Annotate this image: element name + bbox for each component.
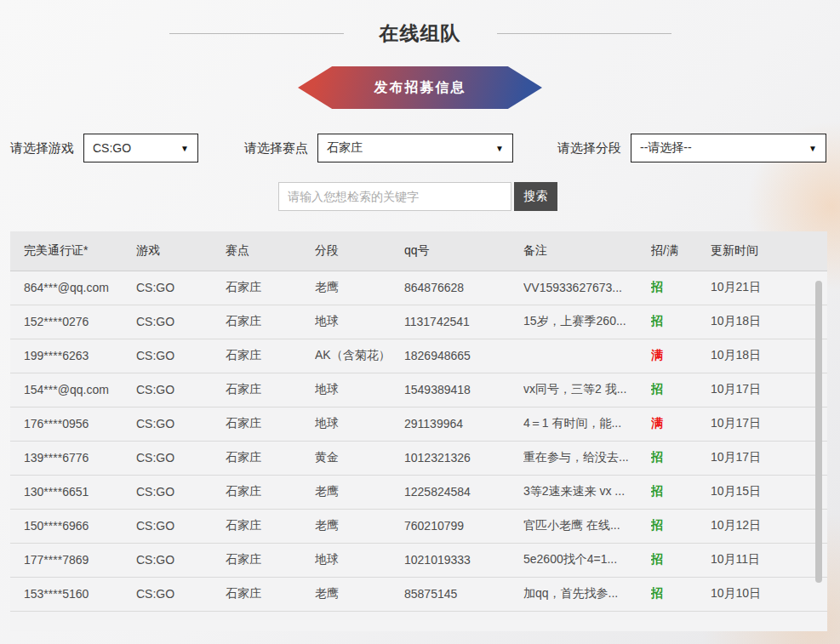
game-select-value: CS:GO <box>93 141 131 155</box>
cell-venue: 石家庄 <box>226 577 315 611</box>
table-row[interactable]: 199****6263 CS:GO 石家庄 AK（含菊花） 1826948665… <box>10 339 827 373</box>
cell-venue: 石家庄 <box>226 509 315 543</box>
cell-game: CS:GO <box>136 475 226 509</box>
cell-qq: 85875145 <box>404 577 523 611</box>
col-header-account: 完美通行证* <box>10 231 136 271</box>
cell-venue: 石家庄 <box>226 305 315 339</box>
table-row[interactable]: 153****5160 CS:GO 石家庄 老鹰 85875145 加qq，首先… <box>10 577 827 611</box>
cell-game: CS:GO <box>136 339 226 373</box>
cell-qq: 291139964 <box>404 407 523 441</box>
cell-account: 864***@qq.com <box>10 271 136 305</box>
cell-game: CS:GO <box>136 543 226 577</box>
cell-account: 154***@qq.com <box>10 373 136 407</box>
cell-qq: 1826948665 <box>404 339 523 373</box>
cell-venue: 石家庄 <box>226 543 315 577</box>
cell-game: CS:GO <box>136 509 226 543</box>
search-input[interactable] <box>278 182 511 211</box>
cell-rank: 地球 <box>315 407 404 441</box>
cell-remark: 重在参与，给没去... <box>523 441 651 475</box>
cell-rank: 老鹰 <box>315 271 404 305</box>
filter-venue-label: 请选择赛点 <box>244 140 308 157</box>
table-row[interactable]: 864***@qq.com CS:GO 石家庄 老鹰 864876628 VV1… <box>10 271 827 305</box>
col-header-remark: 备注 <box>523 231 651 271</box>
col-header-venue: 赛点 <box>226 231 315 271</box>
cell-game: CS:GO <box>136 305 226 339</box>
chevron-down-icon: ▼ <box>809 144 817 153</box>
cell-status: 招 <box>651 271 711 305</box>
game-select[interactable]: CS:GO ▼ <box>83 134 198 162</box>
filter-rank-label: 请选择分段 <box>557 140 621 157</box>
col-header-game: 游戏 <box>136 231 226 271</box>
cell-status: 招 <box>651 577 711 611</box>
cell-account: 153****5160 <box>10 577 136 611</box>
cell-date: 10月10日 <box>711 577 827 611</box>
search-button[interactable]: 搜索 <box>514 182 557 211</box>
cell-qq: 1225824584 <box>404 475 523 509</box>
cell-qq: 864876628 <box>404 271 523 305</box>
table-row[interactable]: 130****6651 CS:GO 石家庄 老鹰 1225824584 3等2速… <box>10 475 827 509</box>
cell-rank: 地球 <box>315 543 404 577</box>
cell-status: 满 <box>651 339 711 373</box>
table-row[interactable]: 152****0276 CS:GO 石家庄 地球 1131742541 15岁，… <box>10 305 827 339</box>
cell-account: 130****6651 <box>10 475 136 509</box>
cell-remark: 3等2速来速来 vx ... <box>523 475 651 509</box>
rank-select-value: --请选择-- <box>640 140 692 156</box>
cell-qq: 1012321326 <box>404 441 523 475</box>
cell-date: 10月17日 <box>711 441 827 475</box>
filter-game: 请选择游戏 CS:GO ▼ <box>10 134 198 162</box>
col-header-rank: 分段 <box>315 231 404 271</box>
cell-venue: 石家庄 <box>226 373 315 407</box>
cell-remark: vx同号，三等2 我... <box>523 373 651 407</box>
cell-game: CS:GO <box>136 577 226 611</box>
cell-qq: 1131742541 <box>404 305 523 339</box>
page-title: 在线组队 <box>380 20 461 47</box>
cell-account: 177****7869 <box>10 543 136 577</box>
cell-rank: 地球 <box>315 373 404 407</box>
cell-status: 招 <box>651 305 711 339</box>
col-header-status: 招/满 <box>651 231 711 271</box>
cell-game: CS:GO <box>136 441 226 475</box>
cell-status: 招 <box>651 441 711 475</box>
table-row[interactable]: 139****6776 CS:GO 石家庄 黄金 1012321326 重在参与… <box>10 441 827 475</box>
cell-venue: 石家庄 <box>226 441 315 475</box>
cell-qq: 760210799 <box>404 509 523 543</box>
cell-account: 199****6263 <box>10 339 136 373</box>
cell-remark: 5e2600找个4=1... <box>523 543 651 577</box>
table-header-row: 完美通行证* 游戏 赛点 分段 qq号 备注 招/满 更新时间 <box>10 231 827 271</box>
cell-date: 10月17日 <box>711 407 827 441</box>
table-scrollbar-thumb[interactable] <box>815 281 822 583</box>
cell-date: 10月21日 <box>711 271 827 305</box>
table-row[interactable]: 150****6966 CS:GO 石家庄 老鹰 760210799 官匹小老鹰… <box>10 509 827 543</box>
cell-account: 139****6776 <box>10 441 136 475</box>
cell-game: CS:GO <box>136 271 226 305</box>
cell-remark: 15岁，上赛季260... <box>523 305 651 339</box>
table-body: 864***@qq.com CS:GO 石家庄 老鹰 864876628 VV1… <box>10 271 827 611</box>
cell-venue: 石家庄 <box>226 271 315 305</box>
publish-recruit-button[interactable]: 发布招募信息 <box>298 66 542 109</box>
title-divider-right <box>497 33 671 34</box>
cell-account: 152****0276 <box>10 305 136 339</box>
table-row[interactable]: 177****7869 CS:GO 石家庄 地球 1021019333 5e26… <box>10 543 827 577</box>
cell-qq: 1021019333 <box>404 543 523 577</box>
table-row[interactable]: 176****0956 CS:GO 石家庄 地球 291139964 4＝1 有… <box>10 407 827 441</box>
cell-date: 10月11日 <box>711 543 827 577</box>
cell-date: 10月18日 <box>711 305 827 339</box>
cell-date: 10月17日 <box>711 373 827 407</box>
venue-select-value: 石家庄 <box>327 140 363 156</box>
cell-date: 10月15日 <box>711 475 827 509</box>
cell-rank: 老鹰 <box>315 475 404 509</box>
cell-date: 10月12日 <box>711 509 827 543</box>
table-row[interactable]: 154***@qq.com CS:GO 石家庄 地球 1549389418 vx… <box>10 373 827 407</box>
filter-rank: 请选择分段 --请选择-- ▼ <box>557 134 826 162</box>
cell-venue: 石家庄 <box>226 407 315 441</box>
rank-select[interactable]: --请选择-- ▼ <box>631 134 826 162</box>
cell-qq: 1549389418 <box>404 373 523 407</box>
cell-game: CS:GO <box>136 407 226 441</box>
venue-select[interactable]: 石家庄 ▼ <box>317 134 513 162</box>
cell-rank: 黄金 <box>315 441 404 475</box>
cell-remark: 加qq，首先找参... <box>523 577 651 611</box>
cell-account: 150****6966 <box>10 509 136 543</box>
title-divider-left <box>169 33 344 34</box>
cell-remark <box>523 339 651 373</box>
filter-game-label: 请选择游戏 <box>10 140 74 157</box>
